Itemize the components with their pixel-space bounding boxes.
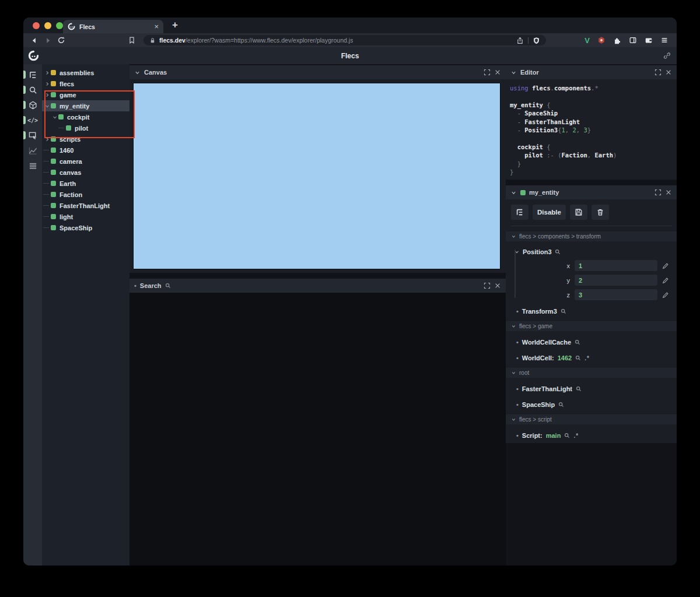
field-input-x[interactable]: 1 <box>575 260 657 271</box>
editor-panel-header: Editor <box>506 65 677 79</box>
url-domain: flecs.dev <box>159 37 186 44</box>
bullet-icon: • <box>516 308 519 315</box>
item-value: 1462 <box>558 354 572 361</box>
section-header-flecs-components-transform[interactable]: flecs > components > transform <box>506 231 677 241</box>
component-Position3[interactable]: Position3 <box>506 247 677 257</box>
code-line: } <box>510 160 677 168</box>
adblock-hexagon-icon[interactable] <box>597 36 606 44</box>
link-icon[interactable] <box>663 52 671 59</box>
entity-square-icon <box>51 214 56 219</box>
edit-pencil-icon[interactable] <box>662 277 669 284</box>
back-icon[interactable] <box>28 34 40 46</box>
vue-devtools-icon[interactable]: V <box>584 36 590 45</box>
sidebar-item-cube[interactable] <box>23 97 42 113</box>
close-icon[interactable] <box>665 69 672 76</box>
close-window-button[interactable] <box>33 22 40 29</box>
close-icon[interactable] <box>494 282 501 289</box>
item-label: FasterThanLight <box>522 385 572 392</box>
disable-button[interactable]: Disable <box>533 205 566 220</box>
edit-pencil-icon[interactable] <box>662 262 669 269</box>
tree-item-label: SpaceShip <box>60 224 92 231</box>
reload-icon[interactable] <box>55 34 67 46</box>
inspector-panel-header: my_entity <box>506 185 677 199</box>
share-icon[interactable] <box>516 37 524 44</box>
chevron-down-icon[interactable] <box>510 69 517 76</box>
trash-button[interactable] <box>592 205 609 220</box>
save-button[interactable] <box>570 205 587 220</box>
code-token <box>510 143 517 150</box>
code-line <box>510 134 677 142</box>
code-editor[interactable]: using flecs.components.* my_entity { - S… <box>506 79 677 176</box>
zoom-window-button[interactable] <box>56 22 63 29</box>
field-label: z <box>506 292 575 298</box>
minimize-window-button[interactable] <box>44 22 51 29</box>
extensions-puzzle-icon[interactable] <box>613 36 621 44</box>
fullscreen-icon[interactable] <box>484 69 491 76</box>
edit-pencil-icon[interactable] <box>662 292 669 298</box>
tree-item-SpaceShip[interactable]: SpaceShip <box>42 222 130 233</box>
chevron-right-icon[interactable] <box>43 81 51 87</box>
tree-button[interactable] <box>511 205 528 220</box>
inspector-item-SpaceShip[interactable]: •SpaceShip <box>506 400 677 409</box>
field-input-z[interactable]: 3 <box>575 289 657 300</box>
entity-square-icon <box>51 192 56 197</box>
field-input-y[interactable]: 2 <box>575 275 657 286</box>
tree-item-Faction[interactable]: Faction <box>42 189 130 200</box>
sidebar-item-code[interactable]: </> <box>23 113 42 128</box>
flecs-logo-icon[interactable] <box>28 50 39 61</box>
section-header-flecs-script[interactable]: flecs > script <box>506 415 677 424</box>
section-header-root[interactable]: root <box>506 368 677 378</box>
bookmark-icon[interactable] <box>126 34 138 46</box>
annotation-rectangle <box>44 90 135 138</box>
sidebar-item-rows[interactable] <box>23 158 42 173</box>
chevron-down-icon[interactable] <box>134 69 141 76</box>
tree-item-Earth[interactable]: Earth <box>42 178 130 189</box>
brave-shield-icon[interactable] <box>533 37 540 44</box>
inspector-item-Transform3[interactable]: •Transform3 <box>506 307 677 316</box>
new-tab-button[interactable]: + <box>172 19 178 31</box>
section-header-flecs-game[interactable]: flecs > game <box>506 321 677 331</box>
chevron-down-icon[interactable] <box>510 189 517 196</box>
inspector-item-FasterThanLight[interactable]: •FasterThanLight <box>506 384 677 394</box>
entity-square-icon <box>51 148 56 153</box>
tree-item-flecs[interactable]: flecs <box>42 78 130 89</box>
sidebar-toggle-icon[interactable] <box>629 36 637 44</box>
fullscreen-icon[interactable] <box>654 69 662 76</box>
url-bar[interactable]: flecs.dev/explorer/?wasm=https://www.fle… <box>144 35 546 45</box>
tree-item-1460[interactable]: 1460 <box>42 145 130 156</box>
menu-icon[interactable] <box>660 36 668 44</box>
code-token: , <box>565 127 573 134</box>
tree-item-camera[interactable]: camera <box>42 156 130 167</box>
wallet-icon[interactable] <box>645 36 653 44</box>
fullscreen-icon[interactable] <box>484 282 491 289</box>
sidebar-item-chart[interactable] <box>23 143 42 158</box>
tree-item-assemblies[interactable]: assemblies <box>42 67 130 78</box>
bullet-icon: • <box>516 432 519 439</box>
tree-guide-dash <box>43 205 49 206</box>
tree-item-label: flecs <box>60 80 74 87</box>
tree-item-FasterThanLight[interactable]: FasterThanLight <box>42 200 130 211</box>
tab-close-icon[interactable]: × <box>154 23 159 30</box>
render-canvas[interactable] <box>133 83 501 269</box>
fullscreen-icon[interactable] <box>654 189 662 196</box>
code-line: - SpaceShip <box>510 109 677 117</box>
code-token: - <box>510 127 524 134</box>
inspector-item-WorldCell[interactable]: •WorldCell:1462.* <box>506 353 677 363</box>
close-icon[interactable] <box>665 189 672 196</box>
sidebar-item-canvas[interactable] <box>23 128 42 143</box>
tree-guide-dash <box>43 183 49 184</box>
divider <box>510 226 672 226</box>
bullet-icon: • <box>516 339 519 346</box>
browser-tab[interactable]: Flecs × <box>63 20 163 33</box>
close-icon[interactable] <box>494 69 501 76</box>
inspector-item-WorldCellCache[interactable]: •WorldCellCache <box>506 338 677 347</box>
forward-icon[interactable] <box>42 34 54 46</box>
inspector-item-Script[interactable]: •Script:main.* <box>506 431 677 440</box>
code-token: cockpit <box>517 143 543 150</box>
tree-item-light[interactable]: light <box>42 211 130 222</box>
chevron-right-icon[interactable] <box>43 70 51 76</box>
sidebar-item-tree[interactable] <box>23 67 42 82</box>
code-token: pilot <box>524 152 543 159</box>
sidebar-item-search[interactable] <box>23 82 42 97</box>
tree-item-canvas[interactable]: canvas <box>42 167 130 178</box>
